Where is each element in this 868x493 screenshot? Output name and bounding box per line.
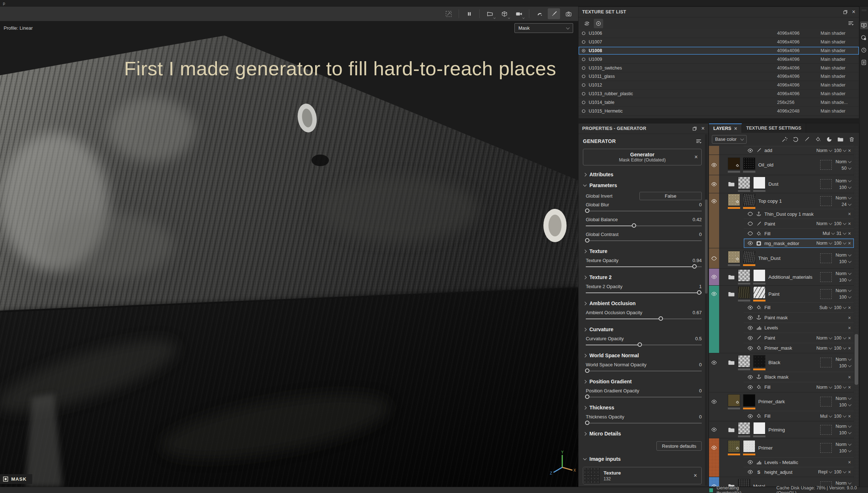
param-value[interactable]: 0 xyxy=(699,388,702,393)
layer-thumbnail[interactable] xyxy=(743,440,755,455)
close-icon[interactable] xyxy=(852,9,855,15)
param-value[interactable]: 0 xyxy=(699,414,702,420)
remove-effect-icon[interactable] xyxy=(848,241,851,246)
layer-visibility-toggle[interactable] xyxy=(711,198,717,204)
add-group-button[interactable] xyxy=(836,135,845,144)
effect-visibility-toggle[interactable] xyxy=(747,305,753,311)
layer-thumbnail[interactable] xyxy=(743,194,755,209)
effect-visibility-toggle[interactable] xyxy=(747,374,753,380)
section-header[interactable]: World Space Normal xyxy=(583,350,702,361)
section-header[interactable]: Curvature xyxy=(583,324,702,335)
effect-visibility-toggle[interactable] xyxy=(747,384,753,390)
add-smart-material-button[interactable] xyxy=(791,135,800,144)
empty-material-slot[interactable] xyxy=(820,443,832,453)
opacity-select[interactable]: 100 xyxy=(834,221,846,226)
remove-effect-icon[interactable] xyxy=(848,469,851,475)
layer-thumbnail[interactable] xyxy=(753,422,765,437)
texture-set-visibility-icon[interactable] xyxy=(581,74,586,79)
blend-mode-select[interactable]: Norm xyxy=(835,253,851,258)
texture-set-row[interactable]: U1014_table256x256Main shade... xyxy=(579,98,859,107)
layer-visibility-toggle[interactable] xyxy=(711,274,717,280)
slider[interactable] xyxy=(586,238,702,243)
slider-handle[interactable] xyxy=(632,223,636,228)
blend-mode-select[interactable]: Norm xyxy=(816,148,832,153)
blend-mode-select[interactable]: Mul xyxy=(823,231,834,236)
layer-row[interactable]: Oil_oldNorm50 xyxy=(709,155,854,175)
layer-visibility-toggle[interactable] xyxy=(711,427,717,433)
delete-layer-button[interactable] xyxy=(847,135,856,144)
add-paint-layer-button[interactable] xyxy=(802,135,811,144)
opacity-select[interactable]: 100 xyxy=(834,385,846,390)
perspective-button[interactable] xyxy=(484,8,496,19)
slider[interactable] xyxy=(586,420,702,426)
effect-row[interactable]: Levels - Metallic xyxy=(709,457,854,467)
layer-thumbnail[interactable] xyxy=(753,269,765,285)
section-header[interactable]: Thickness xyxy=(583,402,702,413)
undock-icon[interactable] xyxy=(692,126,697,131)
remove-effect-icon[interactable] xyxy=(848,315,851,320)
texture-set-row[interactable]: U1013_rubber_plastic4096x4096Main shader xyxy=(579,90,859,98)
slider[interactable] xyxy=(586,368,702,374)
close-icon[interactable] xyxy=(701,126,705,131)
layer-thumbnail[interactable] xyxy=(728,194,740,209)
layer-thumbnail[interactable] xyxy=(743,251,755,266)
symmetry-off-button[interactable] xyxy=(442,8,455,19)
slider-handle[interactable] xyxy=(585,368,589,373)
toggle-button[interactable]: False xyxy=(639,192,702,200)
texture-set-visibility-icon[interactable] xyxy=(581,49,586,53)
effect-row[interactable]: FillNorm100 xyxy=(709,382,854,392)
remove-effect-icon[interactable] xyxy=(848,221,851,226)
opacity-select[interactable]: 100 xyxy=(839,363,851,368)
section-header[interactable]: Position Gradient xyxy=(583,376,702,387)
tab-texture-set-settings[interactable]: TEXTURE SET SETTINGS xyxy=(742,123,806,133)
slider-handle[interactable] xyxy=(585,421,589,425)
blend-mode-select[interactable]: Norm xyxy=(835,442,851,447)
layer-visibility-toggle[interactable] xyxy=(711,256,717,261)
opacity-select[interactable]: 100 xyxy=(834,336,846,341)
opacity-select[interactable]: 100 xyxy=(834,241,846,246)
layer-row[interactable]: Primer_darkNorm100 xyxy=(709,392,854,411)
history-button[interactable] xyxy=(860,46,868,54)
remove-effect-icon[interactable] xyxy=(848,305,851,310)
screenshot-button[interactable] xyxy=(562,8,575,19)
opacity-select[interactable]: 24 xyxy=(842,202,851,207)
layer-visibility-toggle[interactable] xyxy=(711,291,717,297)
layer-row[interactable]: Additional_materialsNorm100 xyxy=(709,268,854,285)
layer-thumbnail[interactable] xyxy=(738,286,750,302)
opacity-select[interactable]: 100 xyxy=(839,259,851,264)
texture-set-shader[interactable]: Main shader xyxy=(821,31,854,36)
effect-row[interactable]: Primer_maskNorm100 xyxy=(709,343,854,353)
texture-set-shader[interactable]: Main shader xyxy=(821,48,854,53)
layer-thumbnail[interactable] xyxy=(753,355,765,370)
texture-set-shader[interactable]: Main shader xyxy=(821,39,854,45)
texture-set-row[interactable]: U1011_glass4096x4096Main shader xyxy=(579,72,859,81)
restore-defaults-button[interactable]: Restore defaults xyxy=(656,441,702,451)
texture-set-visibility-icon[interactable] xyxy=(581,31,586,35)
texture-set-shader[interactable]: Main shader xyxy=(821,74,854,79)
effect-visibility-toggle[interactable] xyxy=(747,335,753,341)
camera-button[interactable] xyxy=(513,8,525,19)
layer-thumbnail[interactable] xyxy=(753,177,765,192)
layer-row[interactable]: BlackNorm100 xyxy=(709,353,854,372)
opacity-select[interactable]: 100 xyxy=(839,430,851,435)
param-value[interactable]: 1 xyxy=(699,284,702,289)
blend-mode-select[interactable]: Norm xyxy=(835,159,851,164)
slider-handle[interactable] xyxy=(697,290,701,295)
layer-visibility-toggle[interactable] xyxy=(711,445,717,451)
param-value[interactable]: 0.42 xyxy=(693,217,702,222)
opacity-select[interactable]: 100 xyxy=(839,403,851,408)
effect-visibility-toggle[interactable] xyxy=(747,345,753,351)
section-header[interactable]: Texture 2 xyxy=(583,272,702,283)
mesh-button[interactable] xyxy=(498,8,510,19)
blend-mode-select[interactable]: Sub xyxy=(819,305,832,310)
remove-effect-icon[interactable] xyxy=(848,148,851,153)
opacity-select[interactable]: 100 xyxy=(834,305,846,310)
texture-set-visibility-icon[interactable] xyxy=(581,100,586,105)
remove-effect-icon[interactable] xyxy=(848,346,851,351)
layer-thumbnail[interactable] xyxy=(738,177,750,192)
generator-resource[interactable]: Generator Mask Editor (Outdated) xyxy=(583,149,702,165)
effect-row[interactable]: mg_mask_editorNorm100 xyxy=(709,238,854,248)
effect-row[interactable]: FillMul31 xyxy=(709,228,854,238)
blend-mode-select[interactable]: Norm xyxy=(835,195,851,201)
effect-visibility-toggle[interactable] xyxy=(747,211,753,217)
